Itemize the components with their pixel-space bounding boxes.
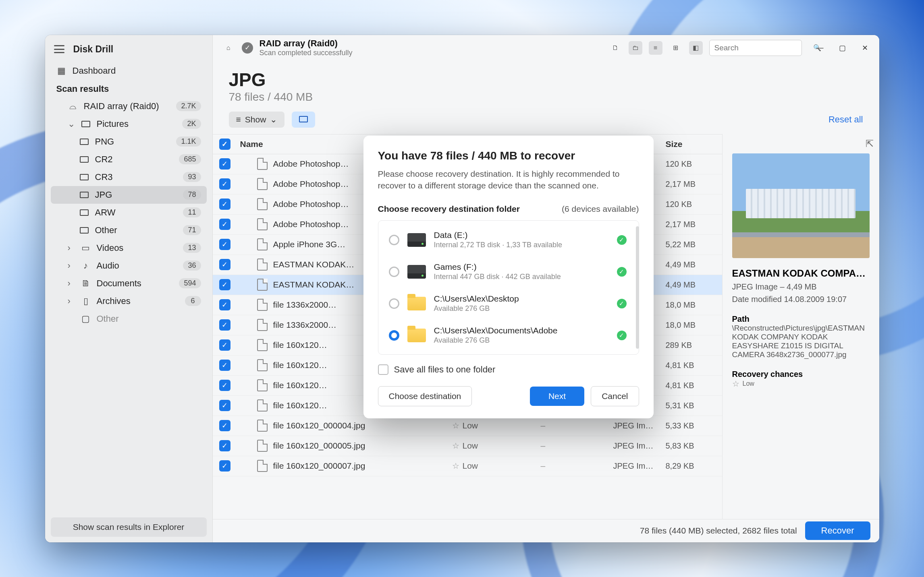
desktop-wallpaper: Disk Drill ▦ Dashboard Scan results ⌓ RA… <box>0 0 924 577</box>
panel-view-icon[interactable]: ◧ <box>689 41 703 55</box>
folder-icon <box>407 297 426 310</box>
row-checkbox[interactable]: ✓ <box>219 299 230 310</box>
nav-raid-array[interactable]: ⌓ RAID array (Raid0) 2.7K <box>51 97 207 115</box>
grid-view-icon[interactable]: ⊞ <box>669 41 683 55</box>
nav-documents[interactable]: › 🗎 Documents 594 <box>51 275 207 292</box>
row-checkbox[interactable]: ✓ <box>219 420 230 431</box>
show-in-explorer-button[interactable]: Show scan results in Explorer <box>51 517 207 537</box>
home-icon[interactable]: ⌂ <box>222 41 235 55</box>
image-icon <box>79 156 89 163</box>
star-icon: ☆ <box>732 379 739 389</box>
star-icon: ☆ <box>452 461 459 471</box>
file-icon <box>257 299 268 311</box>
popout-icon[interactable]: ⇱ <box>866 138 874 149</box>
folder-icon[interactable]: 🗀 <box>629 41 642 55</box>
nav-png[interactable]: PNG 1.1K <box>51 133 207 151</box>
nav-cr3[interactable]: CR3 93 <box>51 168 207 186</box>
nav-archives[interactable]: › ▯ Archives 6 <box>51 292 207 310</box>
type-filter-button[interactable] <box>292 112 315 128</box>
file-size: 120 KB <box>666 200 722 209</box>
file-icon <box>257 178 268 190</box>
file-icon <box>257 379 268 391</box>
radio-icon <box>389 330 399 341</box>
file-icon <box>257 279 268 291</box>
count-badge: 11 <box>183 207 201 217</box>
archive-icon: ▯ <box>81 296 91 306</box>
count-badge: 2K <box>182 119 201 129</box>
destination-option[interactable]: C:\Users\Alex\DesktopAvailable 276 GB ✓ <box>378 287 637 319</box>
status-check-icon: ✓ <box>242 42 253 54</box>
row-checkbox[interactable]: ✓ <box>219 219 230 230</box>
ok-check-icon: ✓ <box>617 267 627 277</box>
file-name: file 160x120_000007.jpg <box>273 461 365 471</box>
maximize-button[interactable]: ▢ <box>837 43 848 53</box>
nav-jpg[interactable]: JPG 78 <box>51 186 207 204</box>
destination-title: Data (E:) <box>434 230 609 240</box>
nav-videos[interactable]: › ▭ Videos 13 <box>51 239 207 257</box>
file-icon <box>257 399 268 412</box>
nav-other-pictures[interactable]: Other 71 <box>51 221 207 239</box>
row-checkbox[interactable]: ✓ <box>219 259 230 270</box>
nav-arw[interactable]: ARW 11 <box>51 204 207 221</box>
list-view-icon[interactable]: ≡ <box>649 41 662 55</box>
row-checkbox[interactable]: ✓ <box>219 339 230 351</box>
row-checkbox[interactable]: ✓ <box>219 279 230 290</box>
reset-all-link[interactable]: Reset all <box>828 114 863 125</box>
destination-option[interactable]: Games (F:)Internal 447 GB disk · 442 GB … <box>378 256 637 287</box>
row-checkbox[interactable]: ✓ <box>219 178 230 190</box>
nav-pictures[interactable]: ⌄ Pictures 2K <box>51 115 207 133</box>
file-name: file 160x120… <box>273 360 327 370</box>
row-checkbox[interactable]: ✓ <box>219 400 230 411</box>
nav-other[interactable]: › ▢ Other <box>51 310 207 328</box>
show-filter-button[interactable]: ≡ Show ⌄ <box>229 112 285 128</box>
row-checkbox[interactable]: ✓ <box>219 199 230 210</box>
table-row[interactable]: ✓ file 160x120_000007.jpg ☆Low – JPEG Im… <box>213 456 722 476</box>
table-row[interactable]: ✓ file 160x120_000004.jpg ☆Low – JPEG Im… <box>213 416 722 436</box>
row-checkbox[interactable]: ✓ <box>219 360 230 371</box>
row-checkbox[interactable]: ✓ <box>219 239 230 250</box>
row-checkbox[interactable]: ✓ <box>219 460 230 472</box>
file-size: 18,0 MB <box>666 321 722 330</box>
choose-destination-button[interactable]: Choose destination <box>378 386 472 406</box>
destination-title: C:\Users\Alex\Documents\Adobe <box>434 326 609 335</box>
next-button[interactable]: Next <box>530 387 584 406</box>
row-checkbox[interactable]: ✓ <box>219 380 230 391</box>
search-input[interactable]: 🔍 <box>709 40 802 56</box>
close-button[interactable]: ✕ <box>860 43 870 53</box>
row-checkbox[interactable]: ✓ <box>219 319 230 331</box>
preview-path: \Reconstructed\Pictures\jpg\EASTMAN KODA… <box>732 324 870 359</box>
col-size[interactable]: Size <box>666 139 722 149</box>
new-file-icon[interactable]: 🗋 <box>608 41 622 55</box>
radio-icon <box>389 235 399 245</box>
cancel-button[interactable]: Cancel <box>591 386 639 406</box>
nav-label: Pictures <box>97 119 129 129</box>
table-row[interactable]: ✓ file 160x120_000005.jpg ☆Low – JPEG Im… <box>213 436 722 456</box>
count-badge: 71 <box>183 225 201 235</box>
nav-audio[interactable]: › ♪ Audio 36 <box>51 257 207 275</box>
file-icon <box>257 158 268 170</box>
nav-label: CR3 <box>95 172 113 182</box>
nav-cr2[interactable]: CR2 685 <box>51 151 207 168</box>
recover-button[interactable]: Recover <box>805 521 870 540</box>
nav-dashboard[interactable]: ▦ Dashboard <box>51 62 207 80</box>
image-icon <box>79 174 89 180</box>
destination-title: C:\Users\Alex\Desktop <box>434 294 609 304</box>
row-checkbox[interactable]: ✓ <box>219 440 230 451</box>
select-all-checkbox[interactable]: ✓ <box>219 139 230 150</box>
row-checkbox[interactable]: ✓ <box>219 158 230 170</box>
preview-thumbnail <box>732 153 870 258</box>
file-name: file 160x120_000005.jpg <box>273 441 365 451</box>
destination-option[interactable]: Data (E:)Internal 2,72 TB disk · 1,33 TB… <box>378 224 637 256</box>
minimize-button[interactable]: ― <box>815 43 825 53</box>
count-badge: 13 <box>183 243 201 253</box>
image-icon <box>79 192 89 198</box>
menu-icon[interactable] <box>54 45 64 53</box>
nav-label: Dashboard <box>73 66 116 76</box>
file-icon <box>257 319 268 331</box>
preview-meta-date: Date modified 14.08.2009 19:07 <box>732 295 870 304</box>
destination-option[interactable]: C:\Users\Alex\Documents\AdobeAvailable 2… <box>378 319 637 351</box>
file-name: Adobe Photoshop… <box>273 179 349 189</box>
search-field[interactable] <box>714 43 810 52</box>
save-one-folder-checkbox[interactable]: Save all files to one folder <box>378 364 639 375</box>
file-name: file 160x120… <box>273 401 327 410</box>
